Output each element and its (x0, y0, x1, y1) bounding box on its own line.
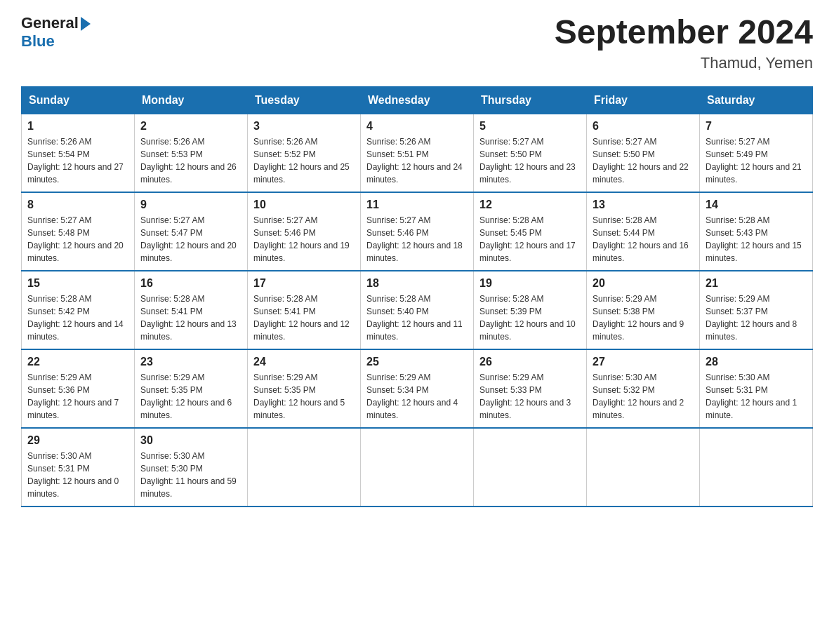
day-info: Sunrise: 5:28 AMSunset: 5:39 PMDaylight:… (479, 293, 581, 343)
day-cell: 28Sunrise: 5:30 AMSunset: 5:31 PMDayligh… (700, 349, 813, 428)
day-number: 4 (366, 120, 468, 133)
day-info: Sunrise: 5:28 AMSunset: 5:40 PMDaylight:… (366, 293, 468, 343)
day-cell: 6Sunrise: 5:27 AMSunset: 5:50 PMDaylight… (587, 114, 700, 192)
day-info: Sunrise: 5:29 AMSunset: 5:37 PMDaylight:… (706, 293, 807, 343)
day-info: Sunrise: 5:30 AMSunset: 5:32 PMDaylight:… (593, 371, 694, 422)
header-monday: Monday (135, 86, 248, 114)
day-info: Sunrise: 5:30 AMSunset: 5:31 PMDaylight:… (27, 450, 128, 500)
day-cell: 25Sunrise: 5:29 AMSunset: 5:34 PMDayligh… (361, 349, 474, 428)
day-number: 9 (140, 199, 241, 211)
day-number: 15 (27, 277, 128, 290)
day-cell (248, 428, 361, 507)
day-number: 14 (706, 199, 807, 211)
day-cell: 4Sunrise: 5:26 AMSunset: 5:51 PMDaylight… (361, 114, 474, 192)
logo-triangle-icon (81, 17, 91, 31)
day-cell: 1Sunrise: 5:26 AMSunset: 5:54 PMDaylight… (22, 114, 135, 192)
day-info: Sunrise: 5:28 AMSunset: 5:41 PMDaylight:… (253, 293, 355, 343)
day-info: Sunrise: 5:30 AMSunset: 5:30 PMDaylight:… (140, 450, 241, 500)
day-number: 28 (706, 356, 807, 368)
day-cell: 12Sunrise: 5:28 AMSunset: 5:45 PMDayligh… (474, 192, 587, 271)
day-number: 2 (140, 120, 241, 133)
day-number: 7 (706, 120, 807, 133)
calendar-body: 1Sunrise: 5:26 AMSunset: 5:54 PMDaylight… (22, 114, 813, 507)
day-number: 8 (27, 199, 128, 211)
week-row-1: 1Sunrise: 5:26 AMSunset: 5:54 PMDaylight… (22, 114, 813, 192)
day-number: 10 (253, 199, 355, 211)
day-number: 5 (479, 120, 581, 133)
day-number: 25 (366, 356, 468, 368)
day-info: Sunrise: 5:26 AMSunset: 5:54 PMDaylight:… (27, 135, 128, 186)
day-number: 23 (140, 356, 241, 368)
day-info: Sunrise: 5:29 AMSunset: 5:34 PMDaylight:… (366, 371, 468, 422)
header-sunday: Sunday (22, 86, 135, 114)
day-info: Sunrise: 5:28 AMSunset: 5:42 PMDaylight:… (27, 293, 128, 343)
day-number: 26 (479, 356, 581, 368)
day-cell: 14Sunrise: 5:28 AMSunset: 5:43 PMDayligh… (700, 192, 813, 271)
day-info: Sunrise: 5:29 AMSunset: 5:35 PMDaylight:… (140, 371, 241, 422)
logo: General Blue (21, 14, 91, 51)
day-number: 13 (593, 199, 694, 211)
day-cell: 13Sunrise: 5:28 AMSunset: 5:44 PMDayligh… (587, 192, 700, 271)
day-number: 3 (253, 120, 355, 133)
day-info: Sunrise: 5:27 AMSunset: 5:46 PMDaylight:… (366, 214, 468, 264)
header-tuesday: Tuesday (248, 86, 361, 114)
day-cell (474, 428, 587, 507)
day-number: 11 (366, 199, 468, 211)
day-cell: 18Sunrise: 5:28 AMSunset: 5:40 PMDayligh… (361, 271, 474, 349)
day-cell: 9Sunrise: 5:27 AMSunset: 5:47 PMDaylight… (135, 192, 248, 271)
day-info: Sunrise: 5:26 AMSunset: 5:53 PMDaylight:… (140, 135, 241, 186)
title-block: September 2024 Thamud, Yemen (555, 14, 813, 72)
header-saturday: Saturday (700, 86, 813, 114)
day-info: Sunrise: 5:29 AMSunset: 5:33 PMDaylight:… (479, 371, 581, 422)
header-thursday: Thursday (474, 86, 587, 114)
calendar-table: SundayMondayTuesdayWednesdayThursdayFrid… (21, 86, 813, 507)
day-cell: 19Sunrise: 5:28 AMSunset: 5:39 PMDayligh… (474, 271, 587, 349)
day-cell: 21Sunrise: 5:29 AMSunset: 5:37 PMDayligh… (700, 271, 813, 349)
day-cell: 2Sunrise: 5:26 AMSunset: 5:53 PMDaylight… (135, 114, 248, 192)
day-cell: 3Sunrise: 5:26 AMSunset: 5:52 PMDaylight… (248, 114, 361, 192)
week-row-3: 15Sunrise: 5:28 AMSunset: 5:42 PMDayligh… (22, 271, 813, 349)
day-cell: 26Sunrise: 5:29 AMSunset: 5:33 PMDayligh… (474, 349, 587, 428)
day-info: Sunrise: 5:27 AMSunset: 5:50 PMDaylight:… (479, 135, 581, 186)
day-info: Sunrise: 5:26 AMSunset: 5:52 PMDaylight:… (253, 135, 355, 186)
day-cell (700, 428, 813, 507)
day-cell: 8Sunrise: 5:27 AMSunset: 5:48 PMDaylight… (22, 192, 135, 271)
day-cell: 5Sunrise: 5:27 AMSunset: 5:50 PMDaylight… (474, 114, 587, 192)
day-info: Sunrise: 5:27 AMSunset: 5:48 PMDaylight:… (27, 214, 128, 264)
day-info: Sunrise: 5:29 AMSunset: 5:38 PMDaylight:… (593, 293, 694, 343)
logo-general-text: General (21, 14, 79, 32)
day-cell: 15Sunrise: 5:28 AMSunset: 5:42 PMDayligh… (22, 271, 135, 349)
day-info: Sunrise: 5:27 AMSunset: 5:50 PMDaylight:… (593, 135, 694, 186)
day-number: 22 (27, 356, 128, 368)
day-number: 18 (366, 277, 468, 290)
week-row-4: 22Sunrise: 5:29 AMSunset: 5:36 PMDayligh… (22, 349, 813, 428)
days-of-week-row: SundayMondayTuesdayWednesdayThursdayFrid… (22, 86, 813, 114)
day-number: 12 (479, 199, 581, 211)
day-cell: 24Sunrise: 5:29 AMSunset: 5:35 PMDayligh… (248, 349, 361, 428)
day-info: Sunrise: 5:27 AMSunset: 5:49 PMDaylight:… (706, 135, 807, 186)
day-info: Sunrise: 5:27 AMSunset: 5:46 PMDaylight:… (253, 214, 355, 264)
day-cell: 20Sunrise: 5:29 AMSunset: 5:38 PMDayligh… (587, 271, 700, 349)
day-info: Sunrise: 5:27 AMSunset: 5:47 PMDaylight:… (140, 214, 241, 264)
week-row-2: 8Sunrise: 5:27 AMSunset: 5:48 PMDaylight… (22, 192, 813, 271)
page-header: General Blue September 2024 Thamud, Yeme… (21, 14, 813, 72)
day-cell: 29Sunrise: 5:30 AMSunset: 5:31 PMDayligh… (22, 428, 135, 507)
day-info: Sunrise: 5:28 AMSunset: 5:45 PMDaylight:… (479, 214, 581, 264)
day-info: Sunrise: 5:29 AMSunset: 5:35 PMDaylight:… (253, 371, 355, 422)
day-number: 19 (479, 277, 581, 290)
day-cell: 16Sunrise: 5:28 AMSunset: 5:41 PMDayligh… (135, 271, 248, 349)
day-info: Sunrise: 5:28 AMSunset: 5:43 PMDaylight:… (706, 214, 807, 264)
header-wednesday: Wednesday (361, 86, 474, 114)
month-title: September 2024 (555, 14, 813, 51)
day-cell: 30Sunrise: 5:30 AMSunset: 5:30 PMDayligh… (135, 428, 248, 507)
day-number: 17 (253, 277, 355, 290)
day-cell: 10Sunrise: 5:27 AMSunset: 5:46 PMDayligh… (248, 192, 361, 271)
day-info: Sunrise: 5:26 AMSunset: 5:51 PMDaylight:… (366, 135, 468, 186)
day-number: 30 (140, 434, 241, 447)
week-row-5: 29Sunrise: 5:30 AMSunset: 5:31 PMDayligh… (22, 428, 813, 507)
day-cell: 11Sunrise: 5:27 AMSunset: 5:46 PMDayligh… (361, 192, 474, 271)
day-info: Sunrise: 5:29 AMSunset: 5:36 PMDaylight:… (27, 371, 128, 422)
day-cell: 17Sunrise: 5:28 AMSunset: 5:41 PMDayligh… (248, 271, 361, 349)
day-info: Sunrise: 5:28 AMSunset: 5:44 PMDaylight:… (593, 214, 694, 264)
day-number: 29 (27, 434, 128, 447)
